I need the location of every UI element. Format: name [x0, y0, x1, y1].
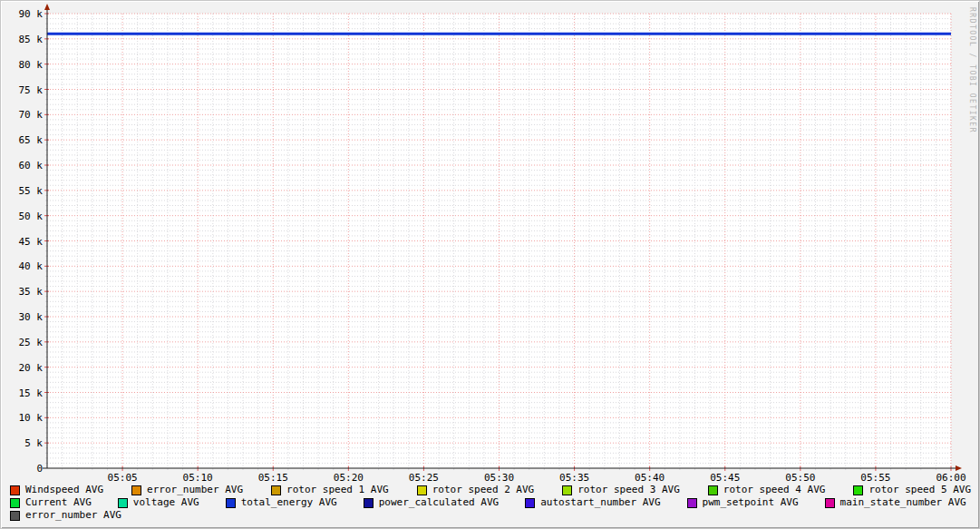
legend-item: error_number AVG [10, 510, 121, 521]
chart-legend: Windspeed AVGerror_number AVGrotor speed… [10, 485, 975, 523]
x-tick-label: 05:55 [860, 472, 890, 484]
y-tick-label: 0 [36, 463, 43, 475]
legend-label: autostart_number AVG [540, 497, 660, 508]
rrdtool-watermark: RRDTOOL / TOBI OETIKER [968, 7, 976, 133]
legend-swatch-icon [525, 498, 535, 508]
legend-swatch-icon [10, 498, 20, 508]
x-tick-label: 05:30 [484, 472, 514, 484]
y-tick-label: 55 k [19, 185, 44, 197]
y-tick-label: 45 k [19, 236, 44, 248]
legend-swatch-icon [708, 485, 718, 495]
y-tick-label: 80 k [19, 59, 44, 71]
legend-swatch-icon [687, 498, 697, 508]
legend-item: main_state_number AVG [825, 497, 966, 508]
y-tick-label: 40 k [19, 260, 44, 272]
legend-label: Windspeed AVG [25, 485, 103, 495]
legend-swatch-icon [131, 485, 141, 495]
legend-item: autostart_number AVG [525, 497, 660, 508]
legend-item: rotor speed 3 AVG [562, 485, 680, 495]
y-tick-label: 30 k [19, 311, 44, 323]
legend-item: error_number AVG [131, 485, 243, 495]
legend-label: rotor speed 4 AVG [723, 485, 826, 495]
legend-swatch-icon [417, 485, 427, 495]
y-tick-label: 15 k [19, 387, 44, 399]
legend-label: rotor speed 5 AVG [868, 485, 971, 495]
legend-item: rotor speed 5 AVG [853, 485, 971, 495]
legend-label: error_number AVG [25, 510, 121, 521]
x-tick-label: 05:50 [785, 472, 815, 484]
y-tick-label: 65 k [19, 134, 44, 146]
legend-label: pwm_setpoint AVG [703, 497, 799, 508]
x-axis-arrow-icon [956, 465, 962, 471]
y-tick-label: 60 k [19, 160, 44, 171]
x-tick-label: 05:45 [710, 472, 740, 484]
x-tick-label: 05:10 [183, 472, 213, 484]
x-tick-label: 05:25 [409, 472, 439, 484]
legend-swatch-icon [825, 498, 835, 508]
y-tick-label: 50 k [19, 211, 44, 222]
y-tick-label: 90 k [19, 8, 44, 20]
legend-swatch-icon [10, 511, 20, 521]
legend-label: main_state_number AVG [840, 497, 966, 508]
legend-row: error_number AVG [10, 510, 975, 521]
legend-label: Current AVG [25, 497, 92, 508]
legend-label: power_calculated AVG [379, 497, 499, 508]
x-tick-label: 05:15 [258, 472, 288, 484]
legend-swatch-icon [853, 485, 863, 495]
legend-item: voltage AVG [118, 497, 199, 508]
legend-swatch-icon [364, 498, 374, 508]
legend-label: rotor speed 1 AVG [286, 485, 389, 495]
x-tick-label: 05:20 [334, 472, 364, 484]
chart-plot-area: 90 k85 k80 k75 k70 k65 k60 k55 k50 k45 k… [1, 1, 980, 529]
legend-label: rotor speed 3 AVG [577, 485, 680, 495]
x-tick-label: 05:40 [635, 472, 665, 484]
legend-swatch-icon [271, 485, 281, 495]
x-tick-label: 05:35 [559, 472, 589, 484]
legend-label: error_number AVG [147, 485, 243, 495]
legend-item: Current AVG [10, 497, 92, 508]
legend-item: rotor speed 2 AVG [417, 485, 535, 495]
legend-label: total_energy AVG [241, 497, 337, 508]
legend-label: voltage AVG [133, 497, 199, 508]
y-tick-label: 10 k [19, 412, 44, 424]
y-axis-arrow-icon [44, 4, 50, 10]
legend-item: power_calculated AVG [364, 497, 499, 508]
rrdtool-graph: 90 k85 k80 k75 k70 k65 k60 k55 k50 k45 k… [0, 0, 980, 529]
y-tick-label: 5 k [24, 437, 43, 449]
legend-swatch-icon [10, 485, 20, 495]
legend-swatch-icon [562, 485, 572, 495]
y-tick-label: 20 k [19, 362, 44, 374]
legend-item: rotor speed 1 AVG [271, 485, 389, 495]
y-tick-label: 75 k [19, 84, 44, 96]
legend-row: Current AVGvoltage AVGtotal_energy AVGpo… [10, 497, 975, 508]
y-tick-label: 85 k [19, 34, 44, 45]
legend-item: rotor speed 4 AVG [708, 485, 826, 495]
legend-swatch-icon [118, 498, 128, 508]
legend-label: rotor speed 2 AVG [432, 485, 535, 495]
legend-item: Windspeed AVG [10, 485, 103, 495]
y-tick-label: 25 k [19, 337, 44, 348]
y-tick-label: 35 k [19, 286, 44, 298]
legend-item: total_energy AVG [226, 497, 337, 508]
y-tick-label: 70 k [19, 109, 44, 121]
legend-swatch-icon [226, 498, 236, 508]
x-tick-label: 06:00 [936, 472, 965, 484]
legend-item: pwm_setpoint AVG [687, 497, 799, 508]
x-tick-label: 05:05 [108, 472, 138, 484]
legend-row: Windspeed AVGerror_number AVGrotor speed… [10, 485, 975, 495]
